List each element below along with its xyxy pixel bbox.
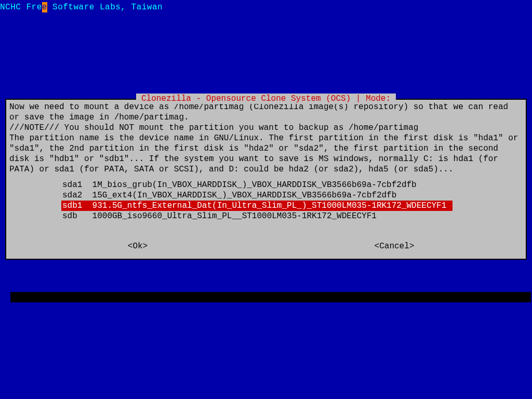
dialog: Clonezilla - Opensource Clone System (OC… <box>5 99 527 260</box>
dialog-title-bar: Clonezilla - Opensource Clone System (OC… <box>6 94 526 104</box>
header: NCHC Free Software Labs, Taiwan <box>0 0 532 12</box>
header-post: Software Labs, Taiwan <box>47 3 163 12</box>
device-option-sdb[interactable]: sdb 1000GB_iso9660_Ultra_Slim_PL__ST1000… <box>61 211 523 221</box>
dialog-body: Now we need to mount a device as /home/p… <box>9 102 523 175</box>
dialog-buttons: <Ok> <Cancel> <box>9 241 523 251</box>
ok-button[interactable]: <Ok> <box>9 241 266 251</box>
device-option-sdb1[interactable]: sdb1 931.5G_ntfs_External_Dat(In_Ultra_S… <box>61 201 453 211</box>
device-list[interactable]: sda1 1M_bios_grub(In_VBOX_HARDDISK_)_VBO… <box>61 180 523 221</box>
header-pre: NCHC Fre <box>0 3 42 12</box>
dialog-title: Clonezilla - Opensource Clone System (OC… <box>136 94 396 104</box>
cursor: e <box>42 2 47 12</box>
dialog-shadow <box>10 292 531 302</box>
device-option-sda1[interactable]: sda1 1M_bios_grub(In_VBOX_HARDDISK_)_VBO… <box>61 180 523 190</box>
device-option-sda2[interactable]: sda2 15G_ext4(In_VBOX_HARDDISK_)_VBOX_HA… <box>61 190 523 201</box>
cancel-button[interactable]: <Cancel> <box>266 241 523 251</box>
